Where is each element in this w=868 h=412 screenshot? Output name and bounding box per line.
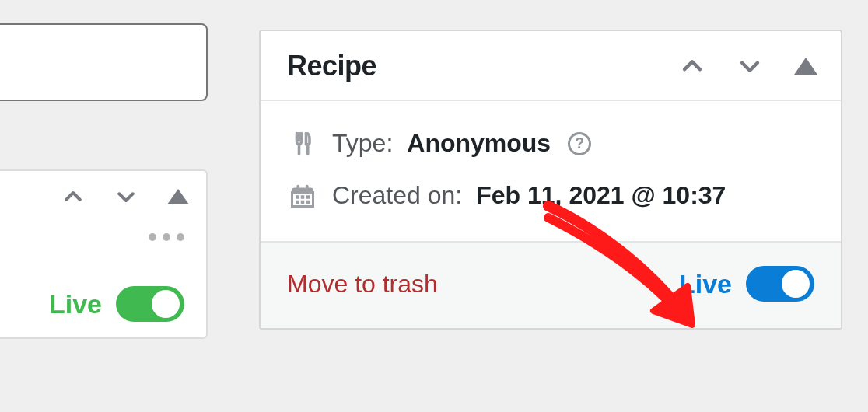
created-label: Created on: bbox=[332, 181, 462, 210]
type-row: Type: Anonymous ? bbox=[287, 129, 814, 158]
calendar-icon bbox=[287, 182, 318, 210]
more-menu-button[interactable] bbox=[0, 233, 189, 241]
recipe-panel: Recipe Type: Anonymous bbox=[259, 30, 842, 330]
recipe-panel-body: Type: Anonymous ? bbox=[261, 101, 841, 241]
dot-icon bbox=[163, 233, 170, 241]
left-panel: Live bbox=[0, 169, 208, 339]
toggle-knob bbox=[152, 290, 180, 318]
help-icon[interactable]: ? bbox=[568, 132, 591, 155]
chevron-up-icon[interactable] bbox=[679, 53, 705, 79]
svg-rect-6 bbox=[301, 195, 305, 199]
collapse-triangle-icon[interactable] bbox=[167, 189, 189, 204]
panel-title: Recipe bbox=[287, 50, 376, 82]
live-toggle[interactable] bbox=[746, 266, 814, 302]
dot-icon bbox=[177, 233, 184, 241]
recipe-panel-footer: Move to trash Live bbox=[261, 241, 841, 328]
live-label: Live bbox=[679, 269, 732, 299]
created-row: Created on: Feb 11, 2021 @ 10:37 bbox=[287, 181, 814, 210]
move-to-trash-link[interactable]: Move to trash bbox=[287, 270, 438, 299]
left-live-row: Live bbox=[0, 286, 189, 322]
type-value: Anonymous bbox=[407, 129, 551, 158]
svg-rect-4 bbox=[306, 184, 309, 190]
chevron-up-icon[interactable] bbox=[61, 185, 85, 208]
svg-rect-10 bbox=[306, 200, 310, 204]
svg-rect-8 bbox=[296, 200, 299, 204]
svg-rect-7 bbox=[306, 195, 310, 199]
clipped-input-box[interactable] bbox=[0, 23, 208, 101]
left-panel-body: Live bbox=[0, 213, 206, 337]
svg-rect-9 bbox=[301, 200, 305, 204]
toggle-knob bbox=[782, 270, 810, 298]
left-live-toggle[interactable] bbox=[116, 286, 184, 322]
chevron-down-icon[interactable] bbox=[737, 53, 763, 79]
dot-icon bbox=[149, 233, 156, 241]
recipe-panel-header: Recipe bbox=[261, 31, 841, 101]
left-live-label: Live bbox=[49, 289, 102, 319]
left-panel-header bbox=[0, 171, 206, 213]
live-toggle-group: Live bbox=[679, 266, 814, 302]
panel-header-controls bbox=[679, 53, 817, 79]
svg-rect-5 bbox=[296, 195, 299, 199]
created-value: Feb 11, 2021 @ 10:37 bbox=[476, 181, 726, 210]
svg-rect-3 bbox=[297, 184, 300, 190]
svg-rect-1 bbox=[292, 192, 313, 206]
collapse-triangle-icon[interactable] bbox=[794, 58, 817, 75]
chevron-down-icon[interactable] bbox=[114, 185, 138, 208]
left-sidebar-fragment: Live bbox=[0, 23, 208, 339]
type-label: Type: bbox=[332, 129, 393, 158]
utensils-icon bbox=[287, 130, 318, 158]
